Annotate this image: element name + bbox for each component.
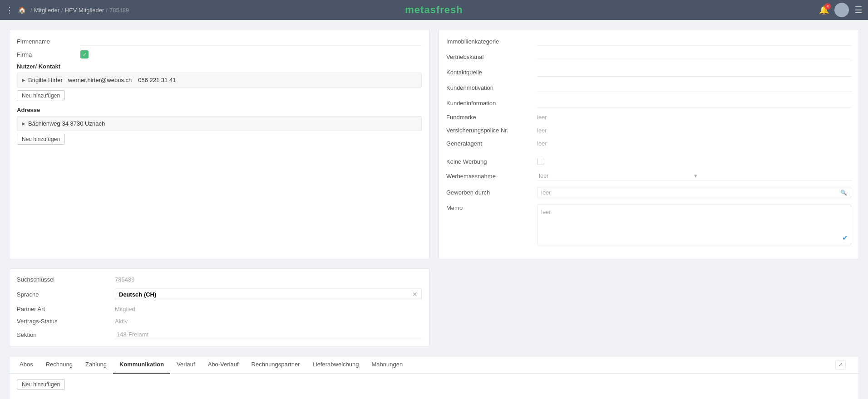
memo-textarea-wrap: leer ✔: [537, 204, 851, 245]
left-top-card: Firmenname Firma ✓ Nutzer/ Kontakt ▶ Bri…: [9, 29, 429, 259]
tab-rechnung[interactable]: Rechnung: [39, 356, 79, 374]
sprache-label: Sprache: [17, 291, 108, 298]
breadcrumb-separator: /: [106, 7, 108, 14]
app-logo: metasfresh: [405, 4, 463, 16]
neu-hinzufuegen-button-1[interactable]: Neu hinzufügen: [17, 90, 65, 101]
keine-werbung-label: Keine Werbung: [446, 158, 537, 165]
bottom-left-card: Suchschlüssel 785489 Sprache ✕ Partner A…: [9, 268, 429, 347]
memo-value: leer: [541, 209, 551, 215]
firma-label: Firma: [17, 51, 80, 58]
home-icon[interactable]: 🏠: [18, 6, 26, 14]
keine-werbung-row: Keine Werbung: [446, 158, 851, 165]
contact-phone: 056 221 31 41: [138, 77, 176, 83]
bottom-left-grid: Suchschlüssel 785489 Sprache ✕ Partner A…: [17, 276, 422, 339]
geworben-durch-input[interactable]: [541, 189, 840, 196]
clear-icon[interactable]: ✕: [412, 291, 418, 298]
partner-art-value: Mitglied: [115, 306, 422, 312]
kundenmotivation-value: [537, 83, 851, 92]
werbemassnahme-select[interactable]: leer ▾: [537, 171, 851, 180]
fullscreen-button[interactable]: ⤢: [835, 360, 846, 370]
firmenname-row: Firmenname: [17, 37, 422, 46]
generalagent-row: Generalagent leer: [446, 140, 851, 147]
firma-row: Firma ✓: [17, 50, 422, 58]
firma-checkbox[interactable]: ✓: [80, 50, 89, 58]
tab-mahnungen[interactable]: Mahnungen: [365, 356, 409, 374]
tab-kommunikation[interactable]: Kommunikation: [113, 356, 170, 374]
geworben-durch-row: Geworben durch 🔍: [446, 187, 851, 198]
kontaktquelle-row: Kontaktquelle: [446, 68, 851, 77]
sektion-label: Sektion: [17, 331, 108, 338]
keine-werbung-checkbox[interactable]: [537, 158, 544, 165]
versicherungspolice-row: Versicherungspolice Nr. leer: [446, 127, 851, 134]
topnav-right: 🔔 4 ☰: [819, 3, 863, 17]
tab-abos[interactable]: Abos: [13, 356, 39, 374]
immobilienkategorie-row: Immobilienkategorie: [446, 37, 851, 46]
breadcrumb-mitglieder[interactable]: Mitglieder: [34, 7, 59, 14]
firmenname-label: Firmenname: [17, 38, 80, 45]
address-row[interactable]: ▶ Bächlenweg 34 8730 Uznach: [17, 116, 422, 131]
tab-neu-hinzufuegen-button[interactable]: Neu hinzufügen: [17, 379, 65, 390]
breadcrumb-separator: /: [61, 7, 63, 14]
versicherungspolice-label: Versicherungspolice Nr.: [446, 127, 537, 134]
vertrags-status-value: Aktiv: [115, 318, 422, 325]
bottom-right-placeholder: [439, 268, 859, 347]
memo-row: Memo leer ✔: [446, 204, 851, 245]
versicherungspolice-value: leer: [537, 127, 851, 134]
adresse-section: Adresse ▶ Bächlenweg 34 8730 Uznach Neu …: [17, 107, 422, 150]
vertriebskanal-label: Vertriebskanal: [446, 54, 537, 60]
neu-hinzufuegen-button-2[interactable]: Neu hinzufügen: [17, 134, 65, 145]
vertriebskanal-value: [537, 52, 851, 61]
tabs-section: Abos Rechnung Zahlung Kommunikation Verl…: [9, 356, 859, 399]
memo-check-icon: ✔: [842, 234, 848, 242]
partner-art-label: Partner Art: [17, 306, 108, 312]
suchschluessel-value: 785489: [115, 276, 422, 283]
topnav: ⋮ 🏠 / Mitglieder / HEV Mitglieder / 7854…: [0, 0, 868, 20]
tab-verlauf[interactable]: Verlauf: [170, 356, 201, 374]
suchschluessel-label: Suchschlüssel: [17, 276, 108, 283]
nutzer-kontakt-label: Nutzer/ Kontakt: [17, 63, 422, 70]
contact-email: werner.hirter@webus.ch: [68, 77, 132, 83]
kundeninformation-row: Kundeninformation: [446, 98, 851, 107]
werbemassnahme-value: leer: [539, 172, 694, 179]
fundmarke-value: leer: [537, 114, 851, 121]
geworben-durch-label: Geworben durch: [446, 189, 537, 196]
search-icon: 🔍: [840, 190, 847, 196]
menu-dots-icon[interactable]: ⋮: [5, 5, 14, 15]
memo-label: Memo: [446, 204, 537, 211]
hamburger-menu-icon[interactable]: ☰: [854, 5, 863, 15]
werbemassnahme-label: Werbemassnahme: [446, 173, 537, 180]
tab-abo-verlauf[interactable]: Abo-Verlauf: [202, 356, 245, 374]
notification-badge: 4: [824, 3, 831, 10]
immobilienkategorie-label: Immobilienkategorie: [446, 38, 537, 45]
tab-content: Neu hinzufügen Adobe Illustrator 2023: [10, 374, 858, 399]
kontaktquelle-label: Kontaktquelle: [446, 69, 537, 76]
nutzer-kontakt-section: Nutzer/ Kontakt ▶ Brigitte Hirter werner…: [17, 63, 422, 107]
right-top-card: Immobilienkategorie Vertriebskanal Konta…: [439, 29, 859, 259]
kundenmotivation-row: Kundenmotivation: [446, 83, 851, 92]
adresse-label: Adresse: [17, 107, 422, 113]
kontaktquelle-value: [537, 68, 851, 77]
user-avatar[interactable]: [834, 3, 849, 17]
fundmarke-row: Fundmarke leer: [446, 114, 851, 121]
geworben-durch-input-wrap: 🔍: [537, 187, 851, 198]
tab-lieferabweichung[interactable]: Lieferabweichung: [306, 356, 365, 374]
notification-button[interactable]: 🔔 4: [819, 5, 829, 15]
generalagent-label: Generalagent: [446, 140, 537, 147]
chevron-down-icon: ▾: [694, 172, 849, 179]
werbemassnahme-row: Werbemassnahme leer ▾: [446, 171, 851, 180]
generalagent-value: leer: [537, 140, 851, 147]
sprache-input[interactable]: [119, 291, 412, 298]
breadcrumb-id: 785489: [109, 7, 129, 14]
chevron-right-icon: ▶: [22, 78, 25, 83]
tab-zahlung[interactable]: Zahlung: [79, 356, 113, 374]
immobilienkategorie-value: [537, 37, 851, 46]
tabs-bar: Abos Rechnung Zahlung Kommunikation Verl…: [10, 356, 858, 374]
vertrags-status-label: Vertrags-Status: [17, 318, 108, 325]
chevron-right-icon-2: ▶: [22, 121, 25, 126]
tab-rechnungspartner[interactable]: Rechnungspartner: [245, 356, 306, 374]
contact-name: Brigitte Hirter: [28, 77, 63, 83]
breadcrumb-hev[interactable]: HEV Mitglieder: [65, 7, 104, 14]
sprache-input-wrap: ✕: [115, 288, 422, 300]
sektion-input[interactable]: [115, 330, 422, 339]
contact-row[interactable]: ▶ Brigitte Hirter werner.hirter@webus.ch…: [17, 73, 422, 88]
